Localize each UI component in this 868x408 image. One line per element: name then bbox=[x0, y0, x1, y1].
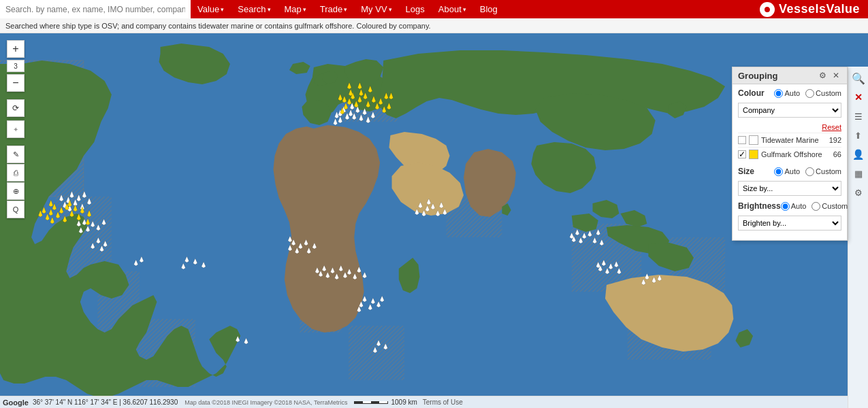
panel-body: Colour Auto Custom bbox=[733, 84, 847, 240]
filter-icon[interactable]: ☰ bbox=[850, 107, 867, 125]
status-text: Searched where ship type is OSV; and com… bbox=[5, 22, 431, 30]
map-area[interactable]: + 3 − ⟳ ✦ ✎ ⎙ ⊕ Q Grouping ⚙ ✕ bbox=[0, 33, 868, 408]
grouping-panel: Grouping ⚙ ✕ Colour Auto bbox=[732, 67, 848, 241]
print-button[interactable]: ⎙ bbox=[7, 164, 25, 182]
google-logo: Google bbox=[3, 398, 29, 407]
nav-map[interactable]: Map ▾ bbox=[278, 0, 313, 18]
size-radio-group: Auto Custom bbox=[774, 167, 841, 176]
size-auto-label[interactable]: Auto bbox=[774, 167, 800, 176]
colour-section: Colour Auto Custom bbox=[738, 88, 841, 118]
nav-value[interactable]: Value ▾ bbox=[191, 0, 231, 18]
size-section: Size Auto Custom bbox=[738, 167, 841, 196]
brightness-auto-label[interactable]: Auto bbox=[781, 202, 807, 211]
colour-custom-label[interactable]: Custom bbox=[805, 89, 841, 98]
nav-search-arrow: ▾ bbox=[268, 6, 271, 13]
brightness-dropdown[interactable]: Brighten by... bbox=[738, 216, 841, 231]
colour-dropdown[interactable]: Company bbox=[738, 103, 841, 118]
rotate-button[interactable]: ⟳ bbox=[7, 99, 25, 117]
nav-menu: Value ▾ Search ▾ Map ▾ Trade ▾ My VV ▾ L… bbox=[191, 0, 504, 18]
size-label: Size bbox=[738, 167, 754, 176]
tidewater-count: 192 bbox=[829, 136, 841, 144]
legend-item-tidewater: Tidewater Marine 192 bbox=[738, 133, 841, 147]
gulfmark-label: Gulfmark Offshore bbox=[761, 150, 833, 158]
scale-line bbox=[354, 401, 388, 404]
gulfmark-count: 66 bbox=[833, 150, 841, 158]
tidewater-checkbox[interactable] bbox=[738, 136, 746, 144]
scale-bar: 1009 km bbox=[354, 398, 417, 406]
size-custom-radio[interactable] bbox=[805, 167, 814, 176]
zoom-level: 3 bbox=[7, 60, 25, 72]
logo-icon bbox=[760, 2, 775, 17]
zoom-in-button[interactable]: + bbox=[7, 40, 25, 58]
colour-radio-group: Auto Custom bbox=[774, 89, 841, 98]
extra-button[interactable]: Q bbox=[7, 201, 25, 218]
bottom-bar: Google 36° 37' 14" N 116° 17' 34" E | 36… bbox=[0, 396, 848, 408]
size-dropdown[interactable]: Size by... bbox=[738, 181, 841, 196]
close-panel-icon[interactable]: ✕ bbox=[850, 88, 867, 106]
nav-about-arrow: ▾ bbox=[463, 6, 466, 13]
right-sidebar: 🔍 ✕ ☰ ⬆ 👤 ▦ ⚙ bbox=[848, 67, 868, 408]
size-auto-radio[interactable] bbox=[774, 167, 783, 176]
colour-auto-radio[interactable] bbox=[774, 89, 783, 98]
logo-area: VesselsValue bbox=[760, 2, 868, 17]
nav-trade-arrow: ▾ bbox=[344, 6, 347, 13]
logo-icon-inner bbox=[762, 5, 772, 14]
navigation-icon[interactable]: ⬆ bbox=[850, 126, 867, 144]
draw-button[interactable]: ✎ bbox=[7, 146, 25, 163]
colour-custom-radio[interactable] bbox=[805, 89, 814, 98]
status-bar: Searched where ship type is OSV; and com… bbox=[0, 18, 868, 33]
gulfmark-color bbox=[749, 150, 758, 159]
compass-button[interactable]: ✦ bbox=[7, 120, 25, 138]
logo-text[interactable]: VesselsValue bbox=[779, 2, 860, 16]
measure-button[interactable]: ⊕ bbox=[7, 182, 25, 200]
tidewater-label: Tidewater Marine bbox=[761, 136, 829, 144]
panel-settings-button[interactable]: ⚙ bbox=[817, 70, 828, 81]
top-navigation: Value ▾ Search ▾ Map ▾ Trade ▾ My VV ▾ L… bbox=[0, 0, 868, 18]
brightness-radio-group: Auto Custom bbox=[781, 202, 848, 211]
nav-logs[interactable]: Logs bbox=[399, 0, 432, 18]
map-attribution: Map data ©2018 INEGI Imagery ©2018 NASA,… bbox=[184, 399, 347, 406]
brightness-custom-label[interactable]: Custom bbox=[811, 202, 848, 211]
panel-header: Grouping ⚙ ✕ bbox=[733, 67, 847, 84]
nav-myvv-arrow: ▾ bbox=[389, 6, 392, 13]
coordinates: 36° 37' 14" N 116° 17' 34" E | 36.6207 1… bbox=[33, 398, 178, 406]
table-icon[interactable]: ▦ bbox=[850, 165, 867, 182]
nav-trade[interactable]: Trade ▾ bbox=[313, 0, 354, 18]
nav-map-arrow: ▾ bbox=[303, 6, 306, 13]
person-icon[interactable]: 👤 bbox=[850, 146, 867, 163]
nav-blog[interactable]: Blog bbox=[473, 0, 504, 18]
settings-icon[interactable]: ⚙ bbox=[850, 184, 867, 201]
panel-controls: ⚙ ✕ bbox=[817, 70, 841, 81]
brightness-custom-radio[interactable] bbox=[811, 202, 820, 211]
map-tools: + 3 − ⟳ ✦ ✎ ⎙ ⊕ Q bbox=[7, 40, 25, 219]
legend-item-gulfmark: ✓ Gulfmark Offshore 66 bbox=[738, 147, 841, 161]
brightness-label: Brightness bbox=[738, 201, 781, 211]
search-input[interactable] bbox=[0, 0, 191, 18]
nav-search[interactable]: Search ▾ bbox=[231, 0, 277, 18]
brightness-section: Brightness Auto Custom bbox=[738, 201, 841, 231]
map-background: + 3 − ⟳ ✦ ✎ ⎙ ⊕ Q Grouping ⚙ ✕ bbox=[0, 33, 868, 408]
gulfmark-checkbox[interactable]: ✓ bbox=[738, 150, 746, 158]
brightness-auto-radio[interactable] bbox=[781, 202, 790, 211]
terms-link[interactable]: Terms of Use bbox=[423, 398, 463, 406]
panel-title: Grouping bbox=[738, 71, 778, 81]
tidewater-color bbox=[749, 135, 758, 145]
colour-auto-label[interactable]: Auto bbox=[774, 89, 800, 98]
svg-rect-9 bbox=[349, 326, 404, 380]
reset-button[interactable]: Reset bbox=[822, 123, 841, 131]
colour-label: Colour bbox=[738, 88, 765, 98]
scale-value: 1009 km bbox=[391, 398, 417, 406]
size-custom-label[interactable]: Custom bbox=[805, 167, 841, 176]
nav-about[interactable]: About ▾ bbox=[432, 0, 473, 18]
panel-close-button[interactable]: ✕ bbox=[831, 70, 841, 81]
search-panel-icon[interactable]: 🔍 bbox=[850, 69, 867, 87]
nav-myvv[interactable]: My VV ▾ bbox=[354, 0, 398, 18]
zoom-out-button[interactable]: − bbox=[7, 74, 25, 92]
nav-value-arrow: ▾ bbox=[221, 6, 224, 13]
